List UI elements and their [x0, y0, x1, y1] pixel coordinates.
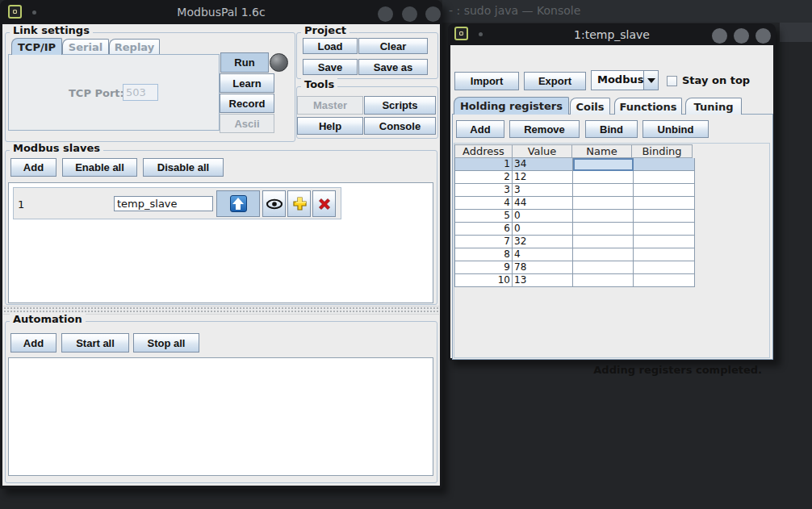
cell-value[interactable]: 3 [513, 184, 573, 197]
cell-address[interactable]: 3 [454, 184, 513, 197]
column-header-name[interactable]: Name [571, 144, 632, 158]
slave-name-field[interactable] [114, 196, 213, 211]
cell-value[interactable]: 4 [513, 248, 573, 261]
column-header-value[interactable]: Value [512, 144, 572, 158]
tab-tuning[interactable]: Tuning [685, 98, 742, 115]
slave-view-button[interactable] [262, 190, 286, 217]
cell-binding[interactable] [634, 261, 695, 274]
minimize-button[interactable] [712, 28, 727, 44]
cell-value[interactable]: 44 [513, 197, 573, 210]
register-bind-button[interactable]: Bind [585, 120, 638, 138]
master-button[interactable]: Master [297, 96, 363, 115]
maximize-button[interactable] [402, 6, 417, 22]
cell-name[interactable] [573, 261, 634, 274]
close-button[interactable] [425, 6, 441, 22]
cell-binding[interactable] [634, 248, 695, 261]
tab-serial[interactable]: Serial [62, 39, 109, 55]
cell-binding[interactable] [634, 171, 695, 184]
cell-name[interactable] [573, 274, 634, 287]
cell-address[interactable]: 5 [454, 210, 513, 223]
slave-duplicate-button[interactable] [287, 190, 311, 217]
tab-functions[interactable]: Functions [614, 98, 682, 115]
tab-coils[interactable]: Coils [570, 98, 610, 115]
slave-delete-button[interactable] [312, 190, 336, 217]
save-as-button[interactable]: Save as [358, 59, 428, 75]
learn-button[interactable]: Learn [220, 73, 274, 93]
stop-all-button[interactable]: Stop all [133, 333, 199, 353]
slave-enable-toggle[interactable] [216, 190, 260, 217]
temp-slave-titlebar[interactable]: 1:temp_slave [448, 23, 776, 45]
cell-binding[interactable] [634, 197, 695, 210]
register-unbind-button[interactable]: Unbind [642, 120, 709, 138]
cell-binding[interactable] [634, 274, 695, 287]
cell-name[interactable] [573, 197, 634, 210]
scripts-button[interactable]: Scripts [364, 96, 436, 115]
cell-value[interactable]: 0 [513, 223, 573, 236]
close-button[interactable] [755, 28, 771, 44]
cell-name[interactable] [573, 184, 634, 197]
disable-all-button[interactable]: Disable all [143, 158, 224, 177]
cell-value[interactable]: 32 [513, 236, 573, 248]
cell-name[interactable] [573, 223, 634, 236]
automation-list[interactable] [8, 357, 433, 476]
table-row[interactable]: 84 [454, 248, 695, 261]
register-table-scrollpane[interactable]: AddressValueNameBinding 1342123344450607… [454, 143, 770, 358]
table-row[interactable]: 444 [454, 197, 695, 210]
cell-name[interactable] [573, 236, 634, 248]
cell-address[interactable]: 6 [454, 223, 513, 236]
cell-value[interactable]: 0 [513, 210, 573, 223]
cell-binding[interactable] [634, 223, 695, 236]
tcp-port-field[interactable] [123, 84, 158, 101]
register-remove-button[interactable]: Remove [509, 120, 580, 138]
ascii-button[interactable]: Ascii [220, 114, 274, 133]
tab-tcpip[interactable]: TCP/IP [11, 38, 62, 55]
slave-add-button[interactable]: Add [10, 158, 57, 177]
save-button[interactable]: Save [303, 59, 358, 75]
run-button[interactable]: Run [220, 52, 269, 73]
slave-list[interactable]: 1 [8, 182, 433, 303]
konsole-titlebar[interactable]: - : sudo java — Konsole [442, 0, 812, 23]
clear-button[interactable]: Clear [358, 38, 428, 54]
table-row[interactable]: 1013 [454, 274, 695, 287]
minimize-button[interactable] [378, 6, 393, 22]
enable-all-button[interactable]: Enable all [62, 158, 137, 177]
table-row[interactable]: 134 [454, 158, 695, 171]
cell-value[interactable]: 78 [513, 261, 573, 274]
cell-address[interactable]: 1 [454, 158, 513, 171]
cell-name[interactable] [573, 158, 634, 171]
table-row[interactable]: 212 [454, 171, 695, 184]
table-row[interactable]: 732 [454, 236, 695, 248]
mode-combobox[interactable]: Modbus [591, 70, 659, 90]
chevron-down-icon[interactable] [643, 71, 658, 90]
column-header-binding[interactable]: Binding [631, 144, 693, 158]
cell-address[interactable]: 4 [454, 197, 513, 210]
cell-address[interactable]: 7 [454, 236, 513, 248]
table-row[interactable]: 50 [454, 210, 695, 223]
cell-binding[interactable] [634, 210, 695, 223]
modbuspal-titlebar[interactable]: ModbusPal 1.6c [0, 0, 442, 24]
slave-row[interactable]: 1 [13, 187, 341, 219]
cell-value[interactable]: 13 [513, 274, 573, 287]
tab-replay[interactable]: Replay [109, 39, 160, 55]
register-add-button[interactable]: Add [456, 120, 504, 138]
tab-holding-registers[interactable]: Holding registers [454, 97, 569, 115]
cell-binding[interactable] [634, 236, 695, 248]
cell-address[interactable]: 9 [454, 261, 513, 274]
load-button[interactable]: Load [303, 38, 358, 54]
table-row[interactable]: 33 [454, 184, 695, 197]
console-button[interactable]: Console [364, 117, 436, 135]
import-button[interactable]: Import [454, 72, 519, 90]
column-header-address[interactable]: Address [454, 144, 513, 158]
help-button[interactable]: Help [297, 117, 363, 135]
record-button[interactable]: Record [220, 94, 274, 113]
cell-name[interactable] [573, 171, 634, 184]
cell-value[interactable]: 12 [513, 171, 573, 184]
cell-address[interactable]: 8 [454, 248, 513, 261]
automation-add-button[interactable]: Add [10, 333, 57, 353]
maximize-button[interactable] [734, 28, 749, 44]
cell-binding[interactable] [634, 158, 695, 171]
cell-name[interactable] [573, 210, 634, 223]
table-row[interactable]: 978 [454, 261, 695, 274]
cell-binding[interactable] [634, 184, 695, 197]
table-row[interactable]: 60 [454, 223, 695, 236]
